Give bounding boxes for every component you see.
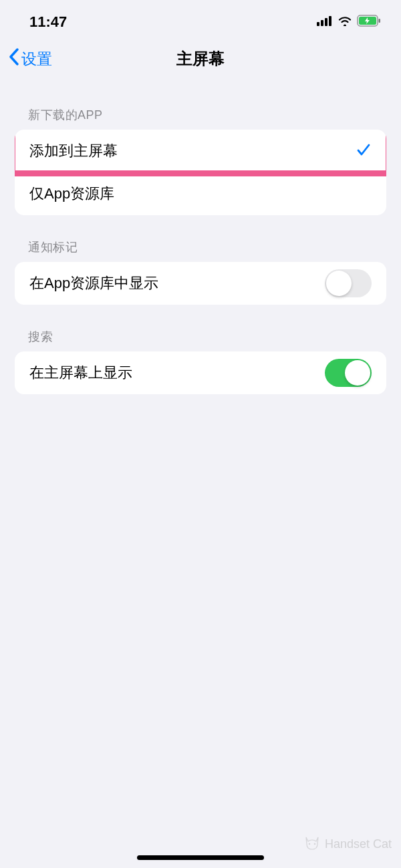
section-header-notification-badges: 通知标记: [15, 215, 386, 262]
row-label: 在App资源库中显示: [29, 273, 158, 293]
option-add-to-home-screen[interactable]: 添加到主屏幕: [15, 130, 386, 172]
navigation-bar: 设置 主屏幕: [0, 39, 401, 79]
chevron-left-icon: [8, 47, 20, 70]
svg-rect-0: [317, 22, 319, 26]
row-show-in-app-library: 在App资源库中显示: [15, 262, 386, 305]
group-search: 在主屏幕上显示: [15, 351, 386, 394]
battery-charging-icon: [357, 15, 381, 29]
status-time: 11:47: [29, 13, 67, 31]
wifi-icon: [338, 15, 352, 29]
back-button[interactable]: 设置: [8, 47, 52, 70]
svg-rect-2: [325, 18, 327, 26]
group-new-apps: 添加到主屏幕 仅App资源库: [15, 130, 386, 215]
row-show-on-home-screen: 在主屏幕上显示: [15, 351, 386, 394]
status-icons: [317, 15, 381, 29]
toggle-show-in-app-library[interactable]: [325, 269, 372, 297]
watermark-text: Handset Cat: [325, 837, 392, 851]
cat-icon: [303, 835, 321, 853]
back-button-label: 设置: [21, 49, 52, 69]
home-indicator[interactable]: [137, 855, 264, 860]
section-header-new-apps: 新下载的APP: [15, 79, 386, 130]
status-bar: 11:47: [0, 0, 401, 39]
option-label: 仅App资源库: [29, 184, 114, 204]
svg-rect-6: [379, 19, 381, 23]
svg-rect-1: [321, 20, 323, 26]
svg-point-8: [314, 843, 315, 845]
page-title: 主屏幕: [176, 48, 225, 69]
cellular-signal-icon: [317, 15, 333, 29]
svg-rect-3: [329, 16, 331, 26]
watermark: Handset Cat: [303, 835, 392, 853]
checkmark-icon: [356, 142, 372, 160]
row-label: 在主屏幕上显示: [29, 363, 132, 383]
svg-point-7: [309, 843, 310, 845]
toggle-show-on-home-screen[interactable]: [325, 359, 372, 387]
option-app-library-only[interactable]: 仅App资源库: [15, 172, 386, 215]
section-header-search: 搜索: [15, 305, 386, 351]
group-notification-badges: 在App资源库中显示: [15, 262, 386, 305]
option-label: 添加到主屏幕: [29, 141, 118, 161]
